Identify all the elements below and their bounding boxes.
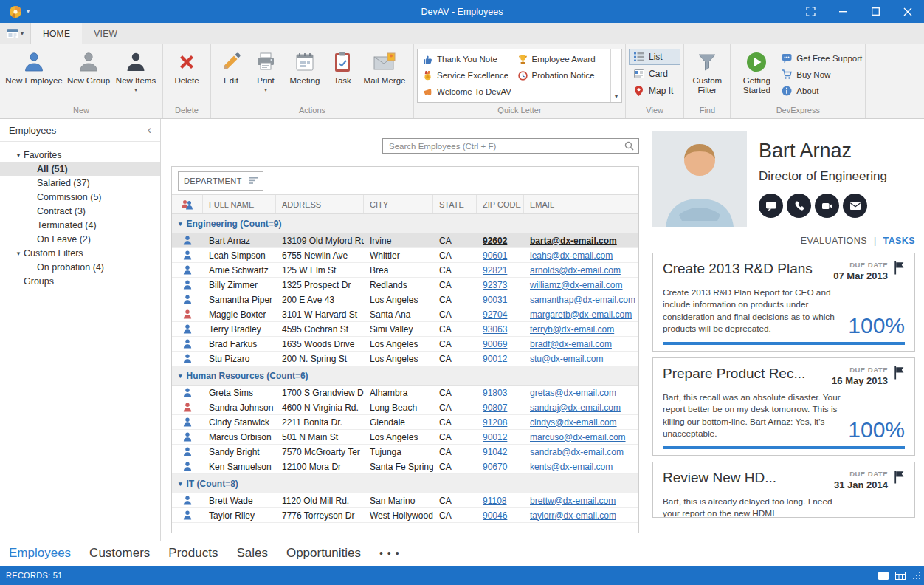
call-button[interactable]: [787, 194, 811, 218]
email-link[interactable]: taylorr@dx-email.com: [530, 510, 616, 521]
email-link[interactable]: leahs@dx-email.com: [530, 250, 613, 261]
zip-code-link[interactable]: 92821: [483, 265, 507, 276]
column-header-person[interactable]: [172, 195, 203, 213]
search-icon[interactable]: [624, 141, 634, 151]
application-menu-button[interactable]: ▾: [0, 23, 31, 44]
video-call-button[interactable]: [815, 194, 839, 218]
task-card-create-2013-r-d-plans[interactable]: Create 2013 R&D PlansDUE DATE07 Mar 2013…: [652, 253, 915, 352]
app-logo-icon[interactable]: [9, 5, 22, 18]
employee-row-greta-sims[interactable]: Greta Sims1700 S Grandview Dr.AlhambraCA…: [172, 386, 638, 400]
zip-code-link[interactable]: 91108: [483, 496, 506, 506]
group-row-human-resources-count-6[interactable]: ▾Human Resources (Count=6): [172, 366, 638, 386]
employee-row-stu-pizaro[interactable]: Stu Pizaro200 N. Spring StLos AngelesCA9…: [172, 352, 638, 366]
quick-letter-item-service-excellence[interactable]: Service Excellence: [419, 67, 514, 83]
employee-row-samantha-piper[interactable]: Samantha Piper200 E Ave 43Los AngelesCA9…: [172, 292, 638, 307]
email-link[interactable]: sandraj@dx-email.com: [530, 403, 621, 413]
email-link[interactable]: gretas@dx-email.com: [530, 388, 616, 398]
employee-row-arnie-schwartz[interactable]: Arnie Schwartz125 W Elm StBreaCA92821arn…: [172, 263, 638, 278]
tab-home[interactable]: HOME: [31, 23, 82, 44]
zip-code-link[interactable]: 92602: [483, 236, 507, 246]
email-link[interactable]: bradf@dx-email.com: [530, 339, 612, 349]
bottom-nav-products[interactable]: Products: [168, 546, 218, 561]
email-link[interactable]: williamz@dx-email.com: [530, 280, 623, 290]
sidebar-item-on-leave-2[interactable]: On Leave (2): [0, 232, 160, 246]
new-employee-button[interactable]: New Employee: [3, 47, 65, 103]
grid-view-toggle-icon[interactable]: [895, 572, 906, 580]
employee-row-ken-samuelson[interactable]: Ken Samuelson12100 Mora DrSanta Fe Sprin…: [172, 459, 638, 474]
employee-row-leah-simpson[interactable]: Leah Simpson6755 Newlin AveWhittierCA906…: [172, 248, 638, 263]
zip-code-link[interactable]: 91208: [483, 417, 507, 428]
sidebar-item-salaried-37[interactable]: Salaried (37): [0, 176, 160, 190]
view-card-button[interactable]: Card: [629, 66, 680, 82]
email-link[interactable]: sandrab@dx-email.com: [530, 447, 624, 457]
column-header-city[interactable]: CITY: [364, 195, 433, 213]
zip-code-link[interactable]: 90807: [483, 403, 507, 413]
employee-row-sandy-bright[interactable]: Sandy Bright7570 McGroarty TerTujungaCA9…: [172, 445, 638, 459]
employee-row-taylor-riley[interactable]: Taylor Riley7776 Torreyson DrWest Hollyw…: [172, 508, 638, 523]
employee-row-cindy-stanwick[interactable]: Cindy Stanwick2211 Bonita Dr.GlendaleCA9…: [172, 415, 638, 430]
sidebar-collapse-icon[interactable]: ‹: [148, 124, 151, 136]
sidebar-item-custom-filters[interactable]: ▾Custom Filters: [0, 246, 160, 260]
zip-code-link[interactable]: 90012: [483, 432, 507, 442]
sidebar-item-all-51[interactable]: All (51): [0, 162, 160, 176]
resize-grip-icon[interactable]: [912, 571, 921, 580]
quick-letter-item-welcome-to-devav[interactable]: Welcome To DevAV: [419, 83, 514, 100]
gallery-dropdown-button[interactable]: ▾: [610, 49, 621, 102]
tab-view[interactable]: VIEW: [82, 23, 129, 44]
task-card-review-new-hd[interactable]: Review New HD...DUE DATE31 Jan 2014Bart,…: [652, 462, 915, 518]
app-menu-caret-icon[interactable]: ▾: [27, 8, 30, 15]
new-group-button[interactable]: New Group: [65, 47, 112, 103]
sidebar-item-contract-3[interactable]: Contract (3): [0, 204, 160, 218]
expand-arrow-icon[interactable]: ▾: [13, 151, 24, 159]
sidebar-item-favorites[interactable]: ▾Favorites: [0, 148, 160, 162]
email-link[interactable]: samanthap@dx-email.com: [530, 295, 635, 305]
sidebar-item-groups[interactable]: Groups: [0, 274, 160, 288]
buy-now-button[interactable]: Buy Now: [781, 68, 862, 81]
zip-code-link[interactable]: 90601: [483, 250, 507, 261]
new-items-button[interactable]: New Items ▾: [112, 47, 159, 103]
mail-merge-button[interactable]: Mail Merge: [359, 47, 410, 103]
zip-code-link[interactable]: 92373: [483, 280, 507, 290]
bottom-nav-more-button[interactable]: • • •: [379, 547, 399, 559]
maximize-button[interactable]: [859, 0, 892, 23]
column-header-email[interactable]: EMAIL: [524, 195, 638, 213]
edit-button[interactable]: Edit: [214, 47, 248, 103]
email-link[interactable]: barta@dx-email.com: [530, 236, 617, 246]
email-link[interactable]: cindys@dx-email.com: [530, 417, 617, 428]
email-link[interactable]: stu@dx-email.com: [530, 354, 604, 364]
group-by-department-button[interactable]: DEPARTMENT: [178, 171, 263, 191]
group-row-engineering-count-9[interactable]: ▾Engineering (Count=9): [172, 214, 638, 233]
view-list-button[interactable]: List: [629, 49, 680, 65]
employee-row-maggie-boxter[interactable]: Maggie Boxter3101 W Harvard StSanta AnaC…: [172, 307, 638, 322]
employee-row-billy-zimmer[interactable]: Billy Zimmer1325 Prospect DrRedlandsCA92…: [172, 278, 638, 292]
sidebar-item-terminated-4[interactable]: Terminated (4): [0, 218, 160, 232]
employee-row-marcus-orbison[interactable]: Marcus Orbison501 N Main StLos AngelesCA…: [172, 430, 638, 445]
tab-tasks[interactable]: TASKS: [883, 236, 915, 246]
zip-code-link[interactable]: 90069: [483, 339, 507, 349]
collapse-arrow-icon[interactable]: ▾: [179, 220, 182, 228]
sidebar-item-on-probation-4[interactable]: On probation (4): [0, 260, 160, 274]
zip-code-link[interactable]: 90031: [483, 295, 507, 305]
quick-letter-item-probation-notice[interactable]: Probation Notice: [514, 67, 610, 83]
employee-row-brad-farkus[interactable]: Brad Farkus1635 Woods DriveLos AngelesCA…: [172, 337, 638, 352]
card-view-toggle-icon[interactable]: [878, 572, 889, 580]
employee-row-sandra-johnson[interactable]: Sandra Johnson4600 N Virginia Rd.Long Be…: [172, 400, 638, 415]
employee-row-terry-bradley[interactable]: Terry Bradley4595 Cochran StSimi ValleyC…: [172, 322, 638, 337]
map-it-button[interactable]: Map It: [629, 83, 680, 99]
zip-code-link[interactable]: 93063: [483, 324, 507, 335]
sidebar-item-commission-5[interactable]: Commission (5): [0, 190, 160, 204]
close-button[interactable]: [892, 0, 924, 23]
column-header-address[interactable]: ADDRESS: [276, 195, 364, 213]
bottom-nav-customers[interactable]: Customers: [89, 546, 150, 561]
zip-code-link[interactable]: 91042: [483, 447, 507, 457]
print-button[interactable]: Print ▾: [248, 47, 283, 103]
zip-code-link[interactable]: 90046: [483, 510, 507, 521]
zip-code-link[interactable]: 90670: [483, 462, 507, 472]
task-card-prepare-product-rec[interactable]: Prepare Product Rec...DUE DATE16 May 201…: [652, 358, 915, 456]
bottom-nav-sales[interactable]: Sales: [236, 546, 268, 561]
tab-evaluations[interactable]: EVALUATIONS: [801, 236, 867, 246]
quick-letter-item-thank-you-note[interactable]: Thank You Note: [419, 51, 514, 67]
minimize-button[interactable]: [827, 0, 859, 23]
zip-code-link[interactable]: 91803: [483, 388, 507, 398]
zip-code-link[interactable]: 92704: [483, 309, 507, 320]
